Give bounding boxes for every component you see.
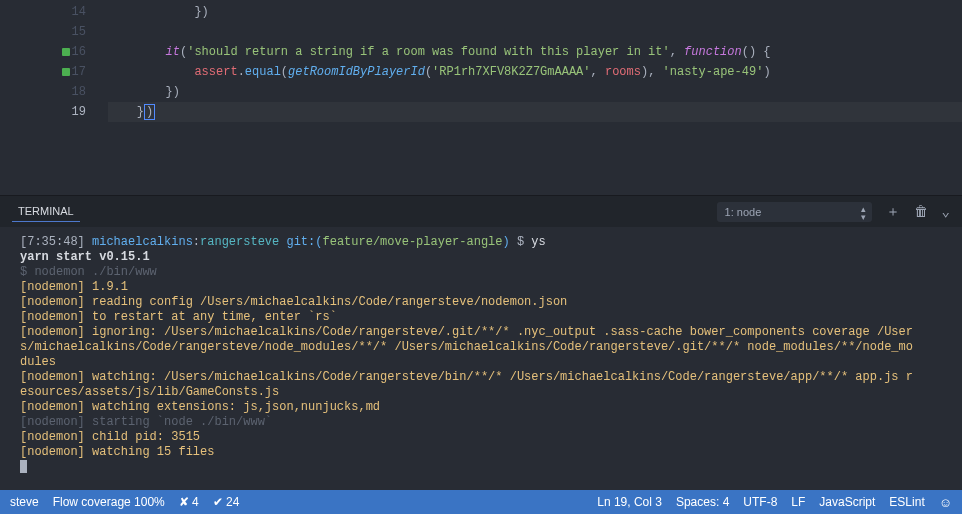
status-encoding[interactable]: UTF-8 xyxy=(743,495,777,509)
code-text: () { xyxy=(742,45,771,59)
status-position[interactable]: Ln 19, Col 3 xyxy=(597,495,662,509)
status-errors[interactable]: ✘ 4 xyxy=(179,495,199,509)
status-flow[interactable]: Flow coverage 100% xyxy=(53,495,165,509)
line-number: 18 xyxy=(72,85,86,99)
code-content[interactable]: }) it('should return a string if a room … xyxy=(108,2,962,195)
term-cmd: ys xyxy=(531,235,545,249)
line-number: 15 xyxy=(72,25,86,39)
code-text: getRoomIdByPlayerId xyxy=(288,65,425,79)
terminal-panel-header: TERMINAL 1: node ▴▾ ＋ 🗑 ⌄ xyxy=(0,195,962,227)
code-text: }) xyxy=(108,85,180,99)
terminal-output[interactable]: [7:35:48] michaelcalkins:rangersteve git… xyxy=(0,227,962,485)
status-eslint[interactable]: ESLint xyxy=(889,495,924,509)
term-line: yarn start v0.15.1 xyxy=(20,250,950,265)
terminal-cursor-icon xyxy=(20,460,27,473)
code-text: 'nasty-ape-49' xyxy=(663,65,764,79)
code-text: function xyxy=(684,45,742,59)
term-line: $ nodemon ./bin/www xyxy=(20,265,950,280)
smiley-icon[interactable]: ☺ xyxy=(939,495,952,510)
line-number: 17 xyxy=(72,65,86,79)
term-host: rangersteve xyxy=(200,235,279,249)
line-number: 19 xyxy=(72,105,86,119)
status-bar: steve Flow coverage 100% ✘ 4 ✔ 24 Ln 19,… xyxy=(0,490,962,514)
git-marker-icon xyxy=(62,68,70,76)
status-eol[interactable]: LF xyxy=(791,495,805,509)
terminal-select-value: 1: node xyxy=(725,206,762,218)
term-time: [7:35:48] xyxy=(20,235,85,249)
code-text: assert xyxy=(194,65,237,79)
status-steve[interactable]: steve xyxy=(10,495,39,509)
code-text: it xyxy=(108,45,180,59)
term-branch: feature/move-player-angle xyxy=(322,235,502,249)
terminal-tab[interactable]: TERMINAL xyxy=(12,201,80,222)
code-text: }) xyxy=(108,5,209,19)
git-marker-icon xyxy=(62,48,70,56)
code-text xyxy=(108,65,194,79)
code-text: 'should return a string if a room was fo… xyxy=(187,45,669,59)
trash-icon[interactable]: 🗑 xyxy=(914,204,928,220)
plus-icon[interactable]: ＋ xyxy=(886,203,900,221)
line-gutter: 14 15 16 17 18 19 xyxy=(0,2,108,195)
chevron-down-icon[interactable]: ⌄ xyxy=(942,203,950,220)
line-number: 16 xyxy=(72,45,86,59)
status-spaces[interactable]: Spaces: 4 xyxy=(676,495,729,509)
chevron-updown-icon: ▴▾ xyxy=(861,205,866,221)
status-ok[interactable]: ✔ 24 xyxy=(213,495,240,509)
code-text: } xyxy=(108,105,144,119)
term-user: michaelcalkins xyxy=(92,235,193,249)
code-text: rooms xyxy=(605,65,641,79)
terminal-select[interactable]: 1: node ▴▾ xyxy=(717,202,872,222)
term-git: git:( xyxy=(286,235,322,249)
cursor-icon: ) xyxy=(144,104,155,120)
editor-pane[interactable]: 14 15 16 17 18 19 }) it('should return a… xyxy=(0,0,962,195)
status-language[interactable]: JavaScript xyxy=(819,495,875,509)
line-number: 14 xyxy=(72,5,86,19)
code-text: equal xyxy=(245,65,281,79)
code-text: 'RP1rh7XFV8K2Z7GmAAAA' xyxy=(432,65,590,79)
